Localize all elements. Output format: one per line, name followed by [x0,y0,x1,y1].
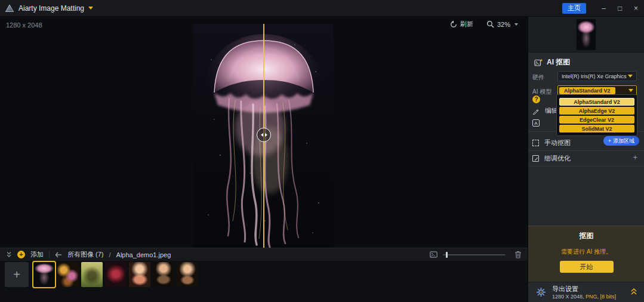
ai-model-label: AI 模型 [532,88,551,96]
ai-model-dropdown: AlphaStandard V2 AlphaEdge V2 EdgeClear … [556,94,637,136]
filmstrip: + [0,261,528,302]
export-gear-icon [536,287,546,297]
add-region-plus-icon: + [608,138,611,144]
export-format-text: PNG, [8 bits] [586,294,616,300]
zoom-value: 32% [497,21,510,28]
compare-slider-handle[interactable] [257,128,271,142]
export-settings-row[interactable]: 导出设置 1280 X 2048, PNG, [8 bits] [528,282,644,302]
zoom-chevron-icon [514,23,518,26]
image-dimensions-label: 1280 x 2048 [6,21,42,29]
start-button[interactable]: 开始 [560,261,614,273]
ai-text-icon [532,119,540,127]
ai-text-tool-row[interactable] [532,119,540,127]
export-size-text: 1280 X 2048, [552,294,584,300]
dropdown-option-alphastandard[interactable]: AlphaStandard V2 [559,98,634,106]
add-image-tile[interactable]: + [5,262,29,287]
thumbnail-flowers[interactable] [57,262,79,287]
edit-pen-icon [532,107,540,115]
add-image-label[interactable]: 添加 [30,250,44,259]
canvas-toolbar: 刷新 32% [450,20,518,29]
manual-matting-label: 手动抠图 [544,138,571,147]
preview-thumbnail-jellyfish[interactable] [577,19,596,50]
slider-right-arrow-icon [265,133,267,137]
slider-left-arrow-icon [261,133,263,137]
maximize-button[interactable]: □ [612,0,628,17]
matting-box-message: 需要进行 AI 推理。 [528,248,644,256]
breadcrumb-separator: / [109,251,111,258]
thumbnail-size-slider-handle[interactable] [446,252,448,258]
app-logo-icon [5,4,14,13]
thumbnail-portrait-1[interactable] [153,262,174,287]
breadcrumb-current-file: Alpha_demo1.jpeg [116,251,171,258]
export-settings-label: 导出设置 [552,285,578,294]
fine-tune-icon [532,155,539,162]
delete-image-icon[interactable] [514,251,522,258]
ai-section-title: AI 抠图 [547,57,570,67]
thumbnail-portrait-2[interactable] [177,262,198,287]
preview-strip [528,17,644,53]
right-panel: AI 抠图 硬件 Intel(R) Iris(R) Xe Graphics AI… [528,17,644,302]
export-detail: 1280 X 2048, PNG, [8 bits] [552,294,616,300]
add-region-label: 添加区域 [613,137,634,145]
thumbnail-bouquet[interactable] [129,262,150,287]
app-menu-chevron-icon[interactable] [88,7,93,10]
reset-button[interactable]: 刷新 [450,20,473,29]
matting-box-title: 抠图 [528,231,644,241]
matting-action-box: 抠图 需要进行 AI 推理。 开始 [528,226,644,282]
thumbnail-jellyfish[interactable] [33,262,55,287]
hardware-value: Intel(R) Iris(R) Xe Graphics [562,73,627,79]
thumbnail-size-slider[interactable] [443,254,506,255]
thumbnail-red-dress[interactable] [105,262,127,287]
manual-matting-row[interactable]: 手动抠图 [532,138,571,147]
toolbar-divider [49,251,50,258]
add-image-icon[interactable]: + [17,251,25,258]
app-window: Aiarty Image Matting 主页 – □ × 1280 x 204… [0,0,644,302]
canvas-area: 1280 x 2048 刷新 32% [0,17,528,248]
dropdown-option-edgeclear[interactable]: EdgeClear V2 [559,116,634,124]
section-ai-matting-header: AI 抠图 [534,57,570,67]
close-button[interactable]: × [628,0,644,17]
dropdown-option-solidmat[interactable]: SolidMat V2 [559,125,634,132]
add-region-button[interactable]: + 添加区域 [603,136,639,146]
app-title: Aiarty Image Matting [19,4,84,13]
fine-tune-expand-icon[interactable]: + [633,153,637,162]
hardware-select[interactable]: Intel(R) Iris(R) Xe Graphics [557,71,637,81]
ai-model-chevron-icon [628,89,633,92]
collapse-filmstrip-icon[interactable] [6,251,12,258]
expand-export-icon[interactable] [630,288,637,295]
help-icon[interactable]: ? [532,95,540,103]
ai-image-icon [534,58,543,67]
thumbnail-size-icon [430,251,437,258]
edit-section-row[interactable]: 编辑 [532,106,558,115]
filmstrip-toolbar: + 添加 所有图像 (7) / Alpha_demo1.jpeg [0,248,528,261]
fine-tune-label: 细调优化 [544,154,571,163]
thumbnail-bicycle[interactable] [81,262,103,287]
refresh-icon [450,21,457,28]
dropdown-option-alphaedge[interactable]: AlphaEdge V2 [559,107,634,115]
reset-label: 刷新 [460,20,473,29]
fine-tune-row[interactable]: 细调优化 [532,154,571,163]
magnifier-icon [486,20,494,28]
hardware-chevron-icon [628,75,633,78]
home-button[interactable]: 主页 [562,3,586,14]
minimize-button[interactable]: – [596,0,612,17]
back-arrow-icon[interactable] [55,252,62,258]
zoom-control[interactable]: 32% [486,20,518,28]
breadcrumb-all-images[interactable]: 所有图像 (7) [67,250,104,259]
ai-model-value: AlphaStandard V2 [559,87,615,94]
hardware-label: 硬件 [532,73,544,82]
title-bar: Aiarty Image Matting 主页 – □ × [0,0,644,17]
manual-selection-icon [532,140,539,146]
